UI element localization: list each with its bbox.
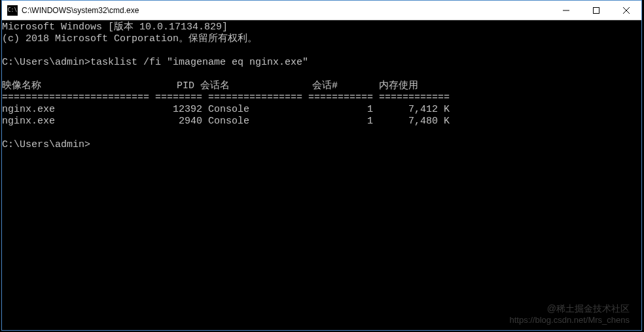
- prompt-path: C:\Users\admin>: [2, 139, 90, 150]
- close-icon: [623, 7, 630, 14]
- blank-line: [2, 127, 641, 139]
- maximize-button[interactable]: [581, 1, 611, 20]
- watermark-line: @稀土掘金技术社区: [509, 303, 630, 315]
- prompt-path: C:\Users\admin>: [2, 57, 90, 68]
- close-button[interactable]: [611, 1, 641, 20]
- table-separator: ========================= ======== =====…: [2, 92, 641, 104]
- prompt-line: C:\Users\admin>tasklist /fi "imagename e…: [2, 57, 641, 69]
- blank-line: [2, 69, 641, 80]
- table-row: nginx.exe 2940 Console 1 7,480 K: [2, 116, 641, 127]
- copyright-line: (c) 2018 Microsoft Corporation。保留所有权利。: [2, 33, 641, 45]
- window-controls: [551, 1, 641, 20]
- window-title: C:\WINDOWS\system32\cmd.exe: [22, 6, 551, 15]
- titlebar[interactable]: C:\ C:\WINDOWS\system32\cmd.exe: [2, 1, 641, 20]
- table-header: 映像名称 PID 会话名 会话# 内存使用: [2, 80, 641, 92]
- maximize-icon: [593, 7, 599, 14]
- blank-line: [2, 45, 641, 57]
- watermark-line: https://blog.csdn.net/Mrs_chens: [509, 315, 630, 325]
- minimize-button[interactable]: [551, 1, 581, 20]
- prompt-command: tasklist /fi "imagename eq nginx.exe": [90, 57, 308, 68]
- banner-line: Microsoft Windows [版本 10.0.17134.829]: [2, 22, 641, 33]
- cmd-icon: C:\: [7, 5, 18, 16]
- prompt-line: C:\Users\admin>: [2, 139, 641, 151]
- watermark: @稀土掘金技术社区 https://blog.csdn.net/Mrs_chen…: [509, 303, 630, 325]
- svg-rect-1: [594, 7, 599, 13]
- minimize-icon: [563, 7, 569, 14]
- cmd-icon-glyph: C:\: [8, 8, 17, 13]
- cmd-window: C:\ C:\WINDOWS\system32\cmd.exe Microsof…: [1, 0, 642, 331]
- terminal-area[interactable]: Microsoft Windows [版本 10.0.17134.829] (c…: [2, 20, 641, 330]
- table-row: nginx.exe 12392 Console 1 7,412 K: [2, 104, 641, 116]
